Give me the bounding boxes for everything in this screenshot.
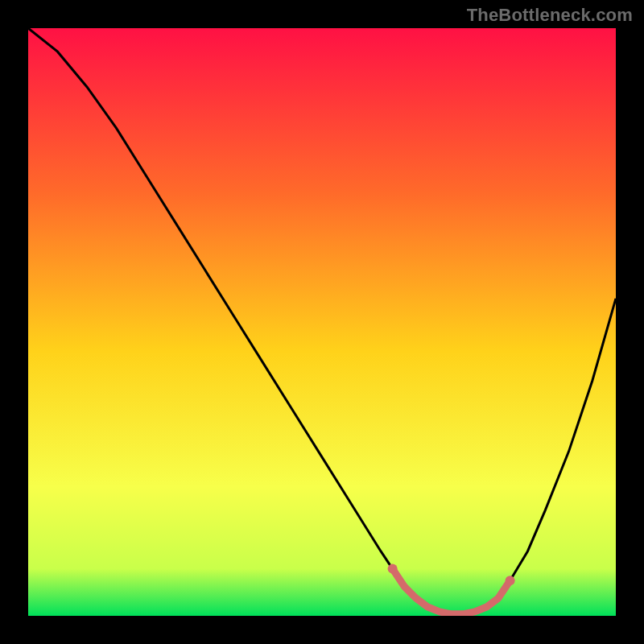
attribution-label: TheBottleneck.com	[467, 5, 633, 26]
optimal-range-end-dot	[506, 576, 515, 585]
optimal-range-start-dot	[388, 564, 398, 574]
gradient-background	[28, 28, 616, 616]
chart-frame	[28, 28, 616, 616]
bottleneck-curve-chart	[28, 28, 616, 616]
